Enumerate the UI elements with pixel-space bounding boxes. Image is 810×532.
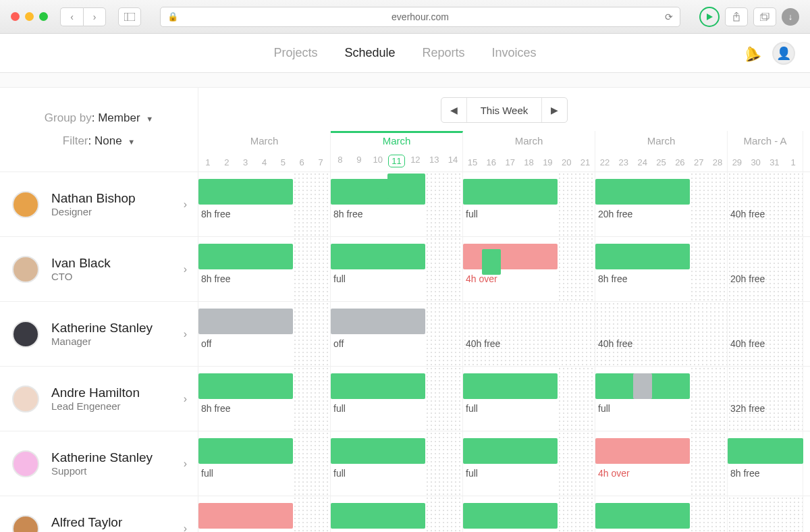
schedule-cell[interactable]: 40h free <box>728 302 803 366</box>
member-row[interactable]: Katherine Stanley Support › <box>0 431 198 496</box>
allocation-bar[interactable] <box>331 373 425 399</box>
chevron-right-icon[interactable]: › <box>184 458 187 470</box>
member-row[interactable]: Alfred Taylor Front-End Dev › <box>0 496 198 532</box>
chevron-right-icon[interactable]: › <box>184 393 187 405</box>
month-label: March <box>331 135 462 147</box>
tabs-button[interactable] <box>753 7 776 26</box>
member-row[interactable]: Ivan Black CTO › <box>0 237 198 302</box>
allocation-bar[interactable] <box>595 503 690 529</box>
allocation-bar[interactable] <box>198 438 293 464</box>
maximize-window-icon[interactable] <box>39 12 48 21</box>
schedule-cell[interactable] <box>331 496 463 532</box>
schedule-cell[interactable]: 20h free <box>728 237 803 301</box>
chevron-right-icon[interactable]: › <box>184 328 187 340</box>
allocation-bar[interactable] <box>198 373 293 399</box>
schedule-cell[interactable] <box>198 496 331 532</box>
allocation-bar[interactable] <box>198 179 293 205</box>
schedule-cell[interactable]: full <box>463 172 595 236</box>
allocation-bar[interactable] <box>331 244 425 269</box>
allocation-bar[interactable] <box>728 438 803 464</box>
schedule-cell[interactable]: off <box>198 302 331 366</box>
allocation-bar[interactable] <box>331 438 425 464</box>
unavailable-hatch <box>425 237 462 301</box>
schedule-cell[interactable]: 8h free <box>198 237 331 301</box>
allocation-bar[interactable] <box>463 438 558 464</box>
availability-status: full <box>201 468 213 479</box>
availability-status: 8h free <box>201 273 231 284</box>
unavailable-hatch <box>690 431 727 496</box>
downloads-button[interactable]: ↓ <box>782 8 799 26</box>
schedule-cell[interactable]: 40h free <box>463 302 595 366</box>
minimize-window-icon[interactable] <box>25 12 34 21</box>
schedule-cell[interactable]: 4h over <box>463 237 595 301</box>
schedule-cell[interactable]: 40h free <box>595 302 728 366</box>
forward-button[interactable]: › <box>83 7 106 26</box>
groupby-selector[interactable]: Group by: Member ▼ <box>45 111 153 125</box>
schedule-cell[interactable]: off <box>331 302 463 366</box>
allocation-bar[interactable] <box>633 373 652 399</box>
day-header: 1 <box>198 157 217 167</box>
address-bar[interactable]: 🔒 everhour.com ⟳ <box>160 7 680 27</box>
schedule-cell[interactable]: full <box>331 237 463 301</box>
schedule-cell[interactable]: 8h free <box>331 172 463 236</box>
allocation-bar[interactable] <box>387 174 425 199</box>
user-avatar[interactable]: 👤 <box>772 42 795 65</box>
schedule-cell[interactable]: 32h free <box>728 367 803 431</box>
svg-rect-5 <box>760 15 767 21</box>
allocation-bar[interactable] <box>463 244 558 269</box>
nav-reports[interactable]: Reports <box>423 46 465 60</box>
schedule-cell[interactable]: 4h over <box>595 431 728 496</box>
allocation-bar[interactable] <box>198 309 293 334</box>
schedule-cell[interactable]: full <box>198 431 331 496</box>
back-button[interactable]: ‹ <box>60 7 83 26</box>
allocation-bar[interactable] <box>482 249 501 275</box>
nav-schedule[interactable]: Schedule <box>344 46 395 60</box>
prev-week-button[interactable]: ◀ <box>441 98 467 122</box>
nav-invoices[interactable]: Invoices <box>492 46 537 60</box>
chevron-right-icon[interactable]: › <box>184 198 187 211</box>
filter-selector[interactable]: Filter: None ▼ <box>63 134 136 148</box>
allocation-bar[interactable] <box>595 179 690 205</box>
schedule-cell[interactable]: full <box>331 431 463 496</box>
allocation-bar[interactable] <box>463 503 558 529</box>
allocation-bar[interactable] <box>463 179 558 205</box>
allocation-bar[interactable] <box>331 503 425 529</box>
chevron-right-icon[interactable]: › <box>184 523 187 533</box>
notifications-icon[interactable]: 🔔 <box>741 43 763 63</box>
allocation-bar[interactable] <box>595 244 690 269</box>
member-row[interactable]: Katherine Stanley Manager › <box>0 302 198 367</box>
sidebar-toggle-button[interactable] <box>118 7 141 26</box>
schedule-cell[interactable]: 8h free <box>198 367 331 431</box>
record-button[interactable] <box>699 7 720 27</box>
week-label[interactable]: This Week <box>467 98 541 122</box>
member-row[interactable]: Andre Hamilton Lead Engeneer › <box>0 367 198 431</box>
next-week-button[interactable]: ▶ <box>541 98 567 122</box>
reload-icon[interactable]: ⟳ <box>665 11 673 22</box>
allocation-bar[interactable] <box>198 244 293 269</box>
allocation-bar[interactable] <box>198 503 293 529</box>
schedule-cell[interactable] <box>463 496 595 532</box>
schedule-cell[interactable]: 8h free <box>198 172 331 236</box>
chevron-right-icon[interactable]: › <box>184 263 187 275</box>
schedule-cell[interactable]: 8h free <box>728 431 803 496</box>
nav-projects[interactable]: Projects <box>273 46 317 60</box>
schedule-cell[interactable] <box>728 496 803 532</box>
share-button[interactable] <box>725 7 748 26</box>
availability-status: 4h over <box>598 468 630 479</box>
member-row[interactable]: Nathan Bishop Designer › <box>0 172 198 237</box>
schedule-cell[interactable]: full <box>331 367 463 431</box>
close-window-icon[interactable] <box>11 12 20 21</box>
unavailable-hatch <box>728 496 803 532</box>
member-info: Katherine Stanley Manager <box>51 321 171 347</box>
schedule-cell[interactable]: 8h free <box>595 237 728 301</box>
schedule-cell[interactable]: full <box>463 367 595 431</box>
allocation-bar[interactable] <box>331 309 425 334</box>
schedule-cell[interactable]: full <box>463 431 595 496</box>
schedule-cell[interactable]: 40h free <box>728 172 803 236</box>
allocation-bar[interactable] <box>463 373 558 399</box>
allocation-bar[interactable] <box>595 438 690 464</box>
member-avatar <box>12 450 39 477</box>
schedule-cell[interactable]: 20h free <box>595 172 728 236</box>
schedule-cell[interactable]: full <box>595 367 728 431</box>
schedule-cell[interactable] <box>595 496 728 532</box>
